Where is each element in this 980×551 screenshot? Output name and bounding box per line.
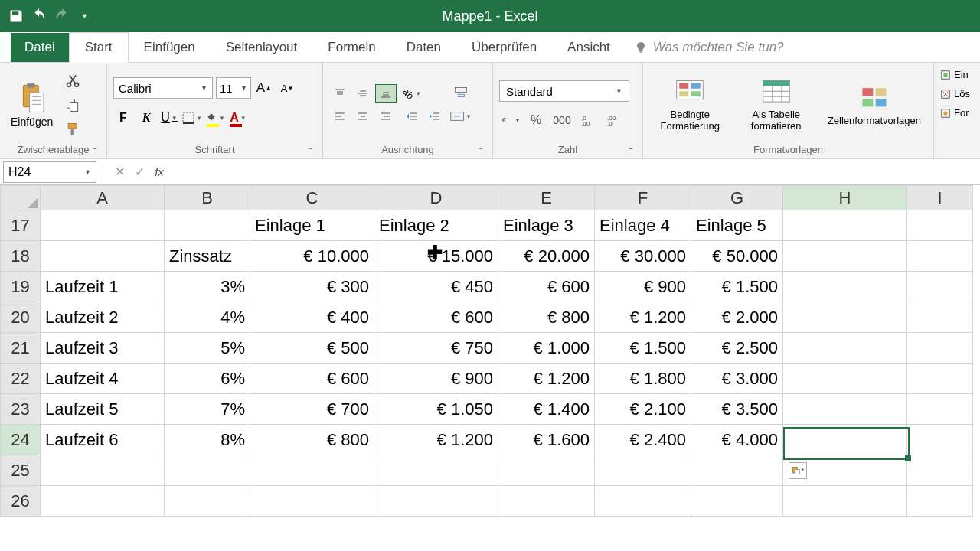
qat-dropdown-icon[interactable]: ▼ xyxy=(81,12,88,20)
cell-C19[interactable]: € 300 xyxy=(250,272,374,302)
cell-A22[interactable]: Laufzeit 4 xyxy=(41,364,165,394)
cell-F24[interactable]: € 2.400 xyxy=(595,425,691,455)
borders-button[interactable]: ▼ xyxy=(182,108,202,128)
insert-function-button[interactable]: fx xyxy=(149,162,169,182)
cell-B22[interactable]: 6% xyxy=(165,364,250,394)
cell-C20[interactable]: € 400 xyxy=(250,302,374,333)
cell-I18[interactable] xyxy=(907,241,973,272)
increase-indent-button[interactable] xyxy=(424,107,446,126)
font-size-select[interactable]: 11▼ xyxy=(216,77,251,99)
tab-einfuegen[interactable]: Einfügen xyxy=(129,33,211,62)
formula-input[interactable] xyxy=(169,161,980,183)
cell-G20[interactable]: € 2.000 xyxy=(691,302,783,333)
bold-button[interactable]: F xyxy=(113,108,133,128)
cell-C18[interactable]: € 10.000 xyxy=(250,241,374,272)
row-header-18[interactable]: 18 xyxy=(1,241,41,272)
tab-seitenlayout[interactable]: Seitenlayout xyxy=(211,33,313,62)
underline-button[interactable]: U▼ xyxy=(159,108,179,128)
fill-color-button[interactable]: ▼ xyxy=(205,108,225,128)
cell-G18[interactable]: € 50.000 xyxy=(691,241,783,272)
column-header-I[interactable]: I xyxy=(907,186,973,210)
cell-H24[interactable] xyxy=(783,425,907,455)
insert-cells-button[interactable]: Ein xyxy=(940,69,969,80)
cell-D26[interactable] xyxy=(374,486,498,517)
cell-H18[interactable] xyxy=(783,241,907,272)
decrease-indent-button[interactable] xyxy=(401,107,423,126)
cell-F25[interactable] xyxy=(595,455,691,486)
cell-F19[interactable]: € 900 xyxy=(595,272,691,302)
cell-G23[interactable]: € 3.500 xyxy=(691,394,783,425)
conditional-formatting-button[interactable]: Bedingte Formatierung xyxy=(649,78,731,132)
cell-H26[interactable] xyxy=(783,486,907,517)
cell-G21[interactable]: € 2.500 xyxy=(691,333,783,364)
copy-button[interactable] xyxy=(62,96,83,114)
row-header-21[interactable]: 21 xyxy=(1,333,41,364)
cell-E21[interactable]: € 1.000 xyxy=(498,333,595,364)
column-header-G[interactable]: G xyxy=(691,186,783,210)
font-name-select[interactable]: Calibri▼ xyxy=(113,77,213,99)
cell-C17[interactable]: Einlage 1 xyxy=(250,210,374,241)
cell-D18[interactable]: € 15.000 xyxy=(374,241,498,272)
cell-E18[interactable]: € 20.000 xyxy=(498,241,595,272)
cell-F26[interactable] xyxy=(595,486,691,517)
cell-D17[interactable]: Einlage 2 xyxy=(374,210,498,241)
format-painter-button[interactable] xyxy=(62,120,83,139)
paste-button[interactable]: Einfügen xyxy=(6,81,57,129)
cell-C22[interactable]: € 600 xyxy=(250,364,374,394)
cell-A25[interactable] xyxy=(41,455,165,486)
undo-icon[interactable] xyxy=(31,8,47,24)
cell-A24[interactable]: Laufzeit 6 xyxy=(41,425,165,455)
cell-H23[interactable] xyxy=(783,394,907,425)
row-header-24[interactable]: 24 xyxy=(1,425,41,455)
cell-B18[interactable]: Zinssatz xyxy=(165,241,250,272)
cell-E22[interactable]: € 1.200 xyxy=(498,364,595,394)
cell-E20[interactable]: € 800 xyxy=(498,302,595,333)
cell-B26[interactable] xyxy=(165,486,250,517)
cell-A17[interactable] xyxy=(41,210,165,241)
row-header-19[interactable]: 19 xyxy=(1,272,41,302)
cell-C24[interactable]: € 800 xyxy=(250,425,374,455)
cell-G22[interactable]: € 3.000 xyxy=(691,364,783,394)
cell-H21[interactable] xyxy=(783,333,907,364)
row-header-20[interactable]: 20 xyxy=(1,302,41,333)
percent-button[interactable]: % xyxy=(525,111,547,129)
name-box[interactable]: H24▼ xyxy=(3,161,96,183)
row-header-17[interactable]: 17 xyxy=(1,210,41,241)
format-cells-button[interactable]: For xyxy=(940,107,969,119)
cell-C21[interactable]: € 500 xyxy=(250,333,374,364)
cell-F23[interactable]: € 2.100 xyxy=(595,394,691,425)
cell-D23[interactable]: € 1.050 xyxy=(374,394,498,425)
accounting-button[interactable]: €▼ xyxy=(499,111,521,129)
cell-B24[interactable]: 8% xyxy=(165,425,250,455)
cell-E19[interactable]: € 600 xyxy=(498,272,595,302)
cell-B19[interactable]: 3% xyxy=(165,272,250,302)
cell-E24[interactable]: € 1.600 xyxy=(498,425,595,455)
cell-I24[interactable] xyxy=(907,425,973,455)
select-all-corner[interactable] xyxy=(1,186,41,210)
cut-button[interactable] xyxy=(62,71,83,90)
column-header-A[interactable]: A xyxy=(41,186,165,210)
cell-D20[interactable]: € 600 xyxy=(374,302,498,333)
row-header-23[interactable]: 23 xyxy=(1,394,41,425)
grow-font-button[interactable]: A▲ xyxy=(254,78,274,98)
cell-E17[interactable]: Einlage 3 xyxy=(498,210,595,241)
cell-D24[interactable]: € 1.200 xyxy=(374,425,498,455)
tab-daten[interactable]: Daten xyxy=(391,33,456,62)
tab-ueberpruefen[interactable]: Überprüfen xyxy=(456,33,552,62)
cell-C23[interactable]: € 700 xyxy=(250,394,374,425)
cell-I25[interactable] xyxy=(907,455,973,486)
align-center-button[interactable] xyxy=(352,107,374,126)
row-header-26[interactable]: 26 xyxy=(1,486,41,517)
cell-A23[interactable]: Laufzeit 5 xyxy=(41,394,165,425)
cancel-formula-button[interactable]: ✕ xyxy=(109,162,129,182)
cell-D21[interactable]: € 750 xyxy=(374,333,498,364)
cell-E25[interactable] xyxy=(498,455,595,486)
font-color-button[interactable]: A▼ xyxy=(228,108,248,128)
column-header-D[interactable]: D xyxy=(374,186,498,210)
grid[interactable]: ABCDEFGHI 17Einlage 1Einlage 2Einlage 3E… xyxy=(0,185,973,517)
cell-D25[interactable] xyxy=(374,455,498,486)
cell-F22[interactable]: € 1.800 xyxy=(595,364,691,394)
cell-I21[interactable] xyxy=(907,333,973,364)
column-header-B[interactable]: B xyxy=(165,186,250,210)
cell-I22[interactable] xyxy=(907,364,973,394)
